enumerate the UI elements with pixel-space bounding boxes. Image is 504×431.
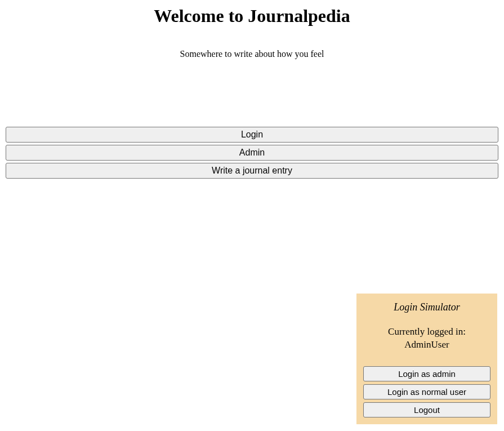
login-current-user: AdminUser — [404, 339, 449, 350]
main-button-group: Login Admin Write a journal entry — [0, 127, 504, 179]
login-button[interactable]: Login — [6, 127, 498, 143]
page-header: Welcome to Journalpedia Somewhere to wri… — [0, 0, 504, 59]
login-simulator-panel: Login Simulator Currently logged in: Adm… — [356, 294, 497, 424]
login-simulator-status: Currently logged in: AdminUser — [363, 326, 490, 352]
page-title: Welcome to Journalpedia — [0, 6, 504, 26]
login-as-admin-button[interactable]: Login as admin — [363, 366, 490, 381]
login-as-normal-user-button[interactable]: Login as normal user — [363, 384, 490, 399]
login-status-prefix: Currently logged in: — [388, 326, 466, 337]
admin-button[interactable]: Admin — [6, 145, 498, 161]
logout-button[interactable]: Logout — [363, 402, 490, 417]
login-simulator-title: Login Simulator — [363, 301, 490, 313]
write-journal-button[interactable]: Write a journal entry — [6, 163, 498, 179]
page-subtitle: Somewhere to write about how you feel — [0, 49, 504, 59]
